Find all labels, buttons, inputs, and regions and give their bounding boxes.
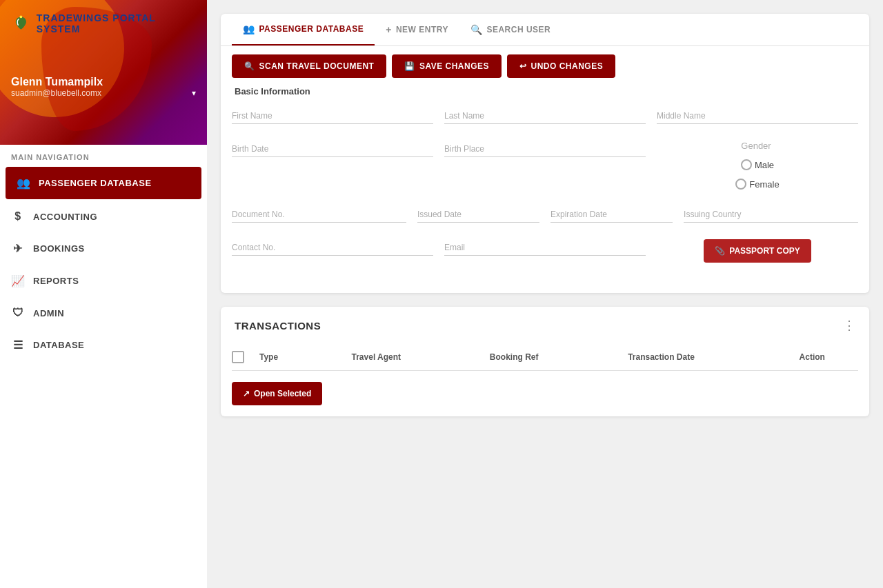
sidebar-item-accounting[interactable]: $ ACCOUNTING	[0, 201, 207, 232]
passport-copy-field: 📎 PASSPORT COPY	[657, 239, 858, 263]
email-input[interactable]	[444, 239, 646, 256]
table-header-row: Type Travel Agent Booking Ref Transactio…	[232, 344, 858, 371]
transactions-card: TRANSACTIONS ⋮ Type Travel Agent Booking…	[221, 307, 869, 416]
last-name-field	[444, 108, 646, 124]
user-email: suadmin@bluebell.comx	[11, 88, 101, 98]
email-field	[444, 239, 646, 263]
scan-label: SCAN TRAVEL DOCUMENT	[259, 61, 375, 71]
main-content: 👥 PASSENGER DATABASE + NEW ENTRY 🔍 SEARC…	[207, 0, 883, 588]
undo-label: UNDO CHANGES	[531, 61, 604, 71]
gender-female-label: Female	[749, 179, 779, 190]
open-selected-label: Open Selected	[254, 389, 311, 398]
accounting-icon: $	[11, 210, 25, 223]
app-title: TRADEWINGS PORTAL SYSTEM	[37, 12, 196, 34]
document-no-field	[232, 206, 406, 223]
paperclip-icon: 📎	[715, 246, 725, 256]
tab-new-entry-icon: +	[386, 24, 392, 35]
sidebar-item-bookings-label: BOOKINGS	[33, 243, 85, 254]
user-dropdown-icon[interactable]: ▾	[192, 88, 196, 98]
passport-copy-button[interactable]: 📎 PASSPORT COPY	[704, 239, 811, 263]
scan-icon: 🔍	[244, 61, 255, 71]
expiration-date-input[interactable]	[550, 206, 673, 223]
sidebar-item-database[interactable]: ☰ DATABASE	[0, 329, 207, 361]
gender-label: Gender	[741, 141, 771, 151]
gender-female-radio[interactable]	[735, 179, 746, 190]
logo-icon	[11, 13, 31, 34]
gender-male-radio[interactable]	[741, 159, 752, 170]
section-title: Basic Information	[232, 86, 858, 97]
tab-passenger-database-icon: 👥	[243, 23, 255, 34]
sidebar-item-admin-label: ADMIN	[33, 308, 64, 318]
select-all-checkbox[interactable]	[232, 351, 244, 363]
reports-icon: 📈	[11, 274, 25, 287]
tabs: 👥 PASSENGER DATABASE + NEW ENTRY 🔍 SEARC…	[221, 14, 869, 46]
gender-male-label: Male	[755, 160, 774, 170]
gender-female-option[interactable]: Female	[735, 179, 779, 190]
transactions-title: TRANSACTIONS	[235, 320, 321, 332]
gender-field: Gender Male Female	[657, 141, 858, 190]
table-header-type: Type	[259, 352, 352, 362]
sidebar-item-database-label: DATABASE	[33, 340, 84, 350]
issuing-country-input[interactable]	[684, 206, 858, 223]
sidebar-item-reports[interactable]: 📈 REPORTS	[0, 265, 207, 297]
sidebar-item-reports-label: REPORTS	[33, 276, 79, 286]
database-icon: ☰	[11, 338, 25, 352]
tab-new-entry-label: NEW ENTRY	[396, 25, 448, 34]
transactions-table: Type Travel Agent Booking Ref Transactio…	[221, 344, 869, 371]
passport-copy-label: PASSPORT COPY	[729, 246, 800, 256]
admin-icon: 🛡	[11, 307, 25, 319]
last-name-input[interactable]	[444, 108, 646, 124]
issuing-country-field	[684, 206, 858, 223]
svg-point-0	[19, 16, 22, 19]
document-row	[232, 206, 858, 223]
table-header-travel-agent: Travel Agent	[352, 352, 490, 362]
middle-name-input[interactable]	[657, 108, 858, 124]
sidebar-item-passenger-database[interactable]: 👥 PASSENGER DATABASE	[6, 167, 201, 199]
scan-travel-document-button[interactable]: 🔍 SCAN TRAVEL DOCUMENT	[232, 54, 386, 78]
undo-icon: ↩	[519, 61, 527, 71]
save-changes-button[interactable]: 💾 SAVE CHANGES	[392, 54, 502, 78]
open-selected-icon: ↗	[243, 389, 250, 398]
contact-no-input[interactable]	[232, 239, 433, 256]
app-logo: TRADEWINGS PORTAL SYSTEM	[11, 12, 196, 34]
birth-place-input[interactable]	[444, 141, 646, 157]
table-header-booking-ref: Booking Ref	[490, 352, 628, 362]
transactions-more-icon[interactable]: ⋮	[843, 318, 855, 333]
tab-search-user[interactable]: 🔍 SEARCH USER	[459, 14, 562, 45]
tab-new-entry[interactable]: + NEW ENTRY	[375, 14, 459, 45]
issued-date-input[interactable]	[417, 206, 539, 223]
main-nav-label: MAIN NAVIGATION	[0, 145, 207, 165]
name-row	[232, 108, 858, 124]
sidebar-item-bookings[interactable]: ✈ BOOKINGS	[0, 232, 207, 265]
birth-row: Gender Male Female	[232, 141, 858, 190]
basic-info-form: Basic Information	[221, 86, 869, 293]
save-label: SAVE CHANGES	[419, 61, 489, 71]
sidebar-item-admin[interactable]: 🛡 ADMIN	[0, 297, 207, 329]
birth-place-field	[444, 141, 646, 190]
contact-row: 📎 PASSPORT COPY	[232, 239, 858, 263]
first-name-field	[232, 108, 433, 124]
contact-no-field	[232, 239, 433, 263]
document-no-input[interactable]	[232, 206, 406, 223]
passenger-database-icon: 👥	[17, 176, 30, 190]
tab-passenger-database[interactable]: 👥 PASSENGER DATABASE	[232, 14, 375, 45]
first-name-input[interactable]	[232, 108, 433, 124]
passenger-database-card: 👥 PASSENGER DATABASE + NEW ENTRY 🔍 SEARC…	[221, 14, 869, 293]
tab-search-user-icon: 🔍	[470, 24, 483, 35]
birth-date-field	[232, 141, 433, 190]
tab-search-user-label: SEARCH USER	[486, 25, 550, 34]
undo-changes-button[interactable]: ↩ UNDO CHANGES	[507, 54, 615, 78]
sidebar-header: TRADEWINGS PORTAL SYSTEM Glenn Tumampilx…	[0, 0, 207, 145]
table-header-check	[232, 351, 259, 363]
sidebar-item-accounting-label: ACCOUNTING	[33, 212, 97, 222]
expiration-date-field	[550, 206, 673, 223]
open-selected-button[interactable]: ↗ Open Selected	[232, 382, 322, 405]
gender-male-option[interactable]: Male	[741, 159, 774, 170]
tab-passenger-database-label: PASSENGER DATABASE	[259, 24, 364, 34]
user-info: Glenn Tumampilx suadmin@bluebell.comx ▾	[11, 76, 196, 98]
user-name: Glenn Tumampilx	[11, 76, 196, 88]
user-row: suadmin@bluebell.comx ▾	[11, 88, 196, 98]
birth-date-input[interactable]	[232, 141, 433, 157]
middle-name-field	[657, 108, 858, 124]
bookings-icon: ✈	[11, 242, 25, 255]
